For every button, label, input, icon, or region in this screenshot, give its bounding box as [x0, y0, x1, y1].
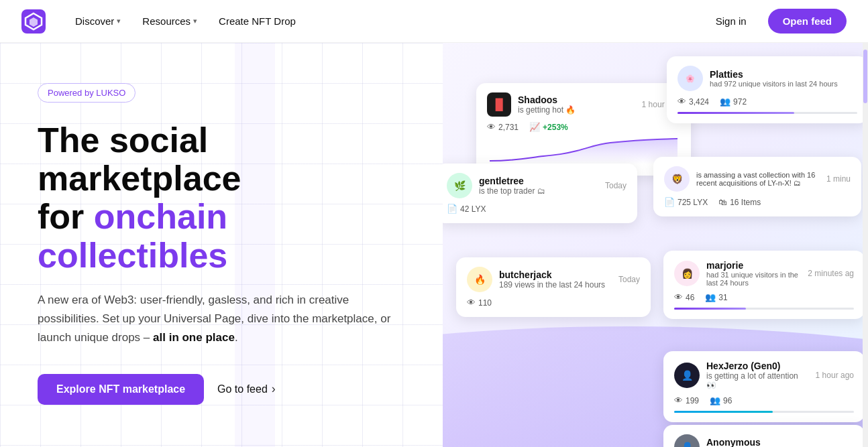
avatar-vast: 🦁: [664, 166, 690, 192]
nav-discover[interactable]: Discover ▾: [67, 10, 129, 32]
eye-icon: 👁: [487, 122, 496, 132]
navbar: Discover ▾ Resources ▾ Create NFT Drop S…: [0, 0, 868, 43]
open-feed-button[interactable]: Open feed: [768, 9, 847, 34]
avatar-anonymous: 👤: [674, 434, 700, 447]
avatar-butcherjack: 🔥: [467, 267, 492, 292]
nav-links: Discover ▾ Resources ▾ Create NFT Drop: [67, 10, 702, 32]
card-marjorie: 👩 marjorie had 31 unique visitors in the…: [663, 251, 865, 319]
hero-actions: Explore NFT marketplace Go to feed ›: [38, 374, 405, 405]
card-gentletree: 🌿 gentletree is the top trader 🗂 Today 📄…: [443, 164, 637, 223]
avatar-hexjerzo: 👤: [674, 363, 700, 388]
eye-icon: 👁: [674, 292, 683, 302]
card-platties: 🌸 Platties had 972 unique visitors in la…: [667, 56, 868, 123]
doc-icon: 📄: [664, 197, 675, 207]
logo[interactable]: [21, 9, 46, 34]
card-anonymous: 👤 Anonymous is lead: [663, 425, 865, 447]
users-icon: 👥: [705, 292, 716, 302]
main-content: Powered by LUKSO The social marketplace …: [0, 43, 868, 447]
explore-marketplace-button[interactable]: Explore NFT marketplace: [38, 374, 204, 405]
progress-bar: [677, 112, 857, 114]
card-vast-collection: 🦁 is amassing a vast collection with 16 …: [653, 157, 861, 216]
signin-button[interactable]: Sign in: [702, 10, 760, 32]
avatar-shadoos: ▐▌: [487, 92, 511, 117]
avatar-gentletree: 🌿: [447, 173, 472, 198]
eye-icon: 👁: [674, 395, 683, 405]
feed-area: ▐▌ Shadoos is getting hot 🔥 1 hour ago 👁…: [443, 43, 868, 447]
nav-create-nft-drop[interactable]: Create NFT Drop: [211, 10, 304, 32]
avatar-marjorie: 👩: [674, 261, 700, 286]
hero-section: Powered by LUKSO The social marketplace …: [0, 43, 443, 447]
progress-fill: [677, 112, 794, 114]
avatar-platties: 🌸: [677, 66, 703, 91]
bag-icon: 🛍: [718, 197, 727, 207]
nav-right: Sign in Open feed: [702, 9, 847, 34]
mini-chart: [487, 137, 680, 164]
chevron-down-icon: ▾: [117, 17, 121, 25]
users-icon: 👥: [720, 97, 730, 107]
eye-icon: 👁: [467, 298, 476, 308]
hero-description: A new era of Web3: user-friendly, gasles…: [38, 291, 405, 347]
doc-icon: 📄: [447, 204, 457, 214]
arrow-right-icon: ›: [272, 382, 276, 396]
cards-container: ▐▌ Shadoos is getting hot 🔥 1 hour ago 👁…: [443, 43, 868, 447]
eye-icon: 👁: [677, 97, 686, 107]
powered-by-badge: Powered by LUKSO: [38, 83, 135, 103]
go-to-feed-button[interactable]: Go to feed ›: [217, 382, 276, 396]
card-butcherjack: 🔥 butcherjack 189 views in the last 24 h…: [456, 257, 651, 317]
scrollbar[interactable]: [863, 43, 868, 447]
card-hexjerzo: 👤 HexJerzo (Gen0) is getting a lot of at…: [663, 351, 865, 422]
progress-bar-hexjerzo: [674, 411, 854, 413]
chevron-down-icon: ▾: [193, 17, 197, 25]
users-icon: 👥: [710, 395, 720, 405]
hero-title: The social marketplace for onchain colle…: [38, 121, 405, 275]
scrollbar-thumb[interactable]: [863, 50, 867, 103]
chart-icon: 📈: [529, 122, 540, 132]
nav-resources[interactable]: Resources ▾: [134, 10, 205, 32]
progress-bar-marjorie: [674, 308, 854, 310]
